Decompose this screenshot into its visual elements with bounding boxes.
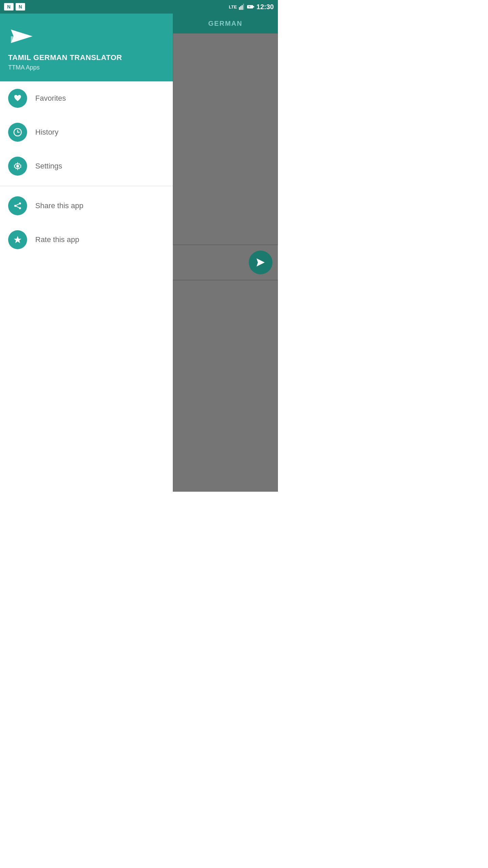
app-subtitle: TTMA Apps	[8, 64, 165, 71]
favorites-icon-circle	[8, 89, 27, 108]
heart-icon	[13, 94, 22, 103]
sidebar-item-history[interactable]: History	[0, 115, 173, 149]
send-translate-icon	[255, 257, 266, 268]
settings-icon-circle	[8, 157, 27, 176]
gear-icon	[13, 161, 22, 171]
svg-marker-20	[14, 236, 21, 243]
sidebar-item-rate[interactable]: Rate this app	[0, 223, 173, 257]
history-label: History	[35, 128, 58, 137]
svg-line-19	[15, 206, 20, 208]
svg-marker-7	[257, 258, 265, 267]
translate-button-area	[173, 245, 278, 280]
svg-rect-0	[239, 7, 240, 10]
status-bar-right: LTE 12:30	[229, 3, 274, 11]
app-name: TAMIL GERMAN TRANSLATOR	[8, 53, 165, 62]
menu-divider	[0, 186, 173, 186]
main-content: GERMAN	[173, 14, 278, 492]
star-icon	[13, 235, 22, 244]
share-label: Share this app	[35, 201, 83, 210]
translate-button[interactable]	[249, 251, 272, 274]
sidebar-item-share[interactable]: Share this app	[0, 189, 173, 223]
main-header-title: GERMAN	[208, 20, 243, 27]
clock-icon	[13, 127, 22, 137]
svg-rect-3	[243, 4, 244, 10]
sidebar-item-favorites[interactable]: Favorites	[0, 81, 173, 115]
notification-icon-2: N	[16, 3, 25, 11]
svg-point-14	[16, 165, 19, 167]
app-send-icon	[8, 26, 35, 46]
status-bar-left: N N	[4, 3, 25, 11]
share-icon	[13, 201, 22, 211]
signal-icon	[239, 4, 245, 10]
notification-icon-1: N	[4, 3, 14, 11]
sidebar-header: TAMIL GERMAN TRANSLATOR TTMA Apps	[0, 14, 173, 81]
svg-line-18	[15, 203, 20, 206]
main-body	[173, 33, 278, 492]
content-area-bottom	[173, 280, 278, 492]
content-area-top	[173, 33, 278, 245]
status-bar: N N LTE 12:30	[0, 0, 278, 14]
battery-icon	[247, 4, 255, 9]
sidebar-item-settings[interactable]: Settings	[0, 149, 173, 183]
main-container: GERMAN TAMIL	[0, 14, 278, 492]
share-icon-circle	[8, 196, 27, 215]
settings-label: Settings	[35, 162, 62, 171]
lte-indicator: LTE	[229, 4, 237, 9]
svg-rect-2	[242, 5, 243, 10]
status-time: 12:30	[257, 3, 274, 11]
favorites-label: Favorites	[35, 94, 66, 103]
menu-items: Favorites History	[0, 81, 173, 492]
app-logo	[8, 26, 165, 46]
sidebar: TAMIL GERMAN TRANSLATOR TTMA Apps Favori…	[0, 14, 173, 492]
svg-marker-8	[11, 29, 33, 43]
svg-rect-1	[240, 6, 241, 10]
history-icon-circle	[8, 123, 27, 142]
rate-label: Rate this app	[35, 235, 79, 244]
rate-icon-circle	[8, 230, 27, 249]
main-header: GERMAN	[173, 14, 278, 33]
svg-rect-5	[253, 6, 254, 7]
